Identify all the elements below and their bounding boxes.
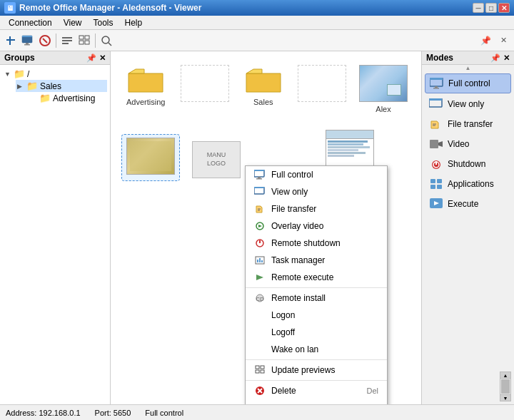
menu-bar: Connection View Tools Help [0, 16, 514, 30]
toolbar-search[interactable] [99, 33, 114, 48]
ctx-logon[interactable]: Logon [246, 307, 387, 324]
mode-view-only[interactable]: View only [425, 95, 511, 113]
window-title: Remote Office Manager - Aledensoft - Vie… [19, 3, 201, 13]
groups-close-icon[interactable]: ✕ [99, 53, 106, 63]
ctx-delete-shortcut: Del [366, 386, 378, 395]
toolbar-connect[interactable] [20, 33, 36, 48]
menu-help[interactable]: Help [119, 16, 148, 29]
ctx-view-only[interactable]: View only [246, 183, 387, 200]
modes-panel: Modes 📌 ✕ ▲ [421, 51, 514, 404]
svg-text:CD: CD [256, 296, 264, 302]
mode-shutdown[interactable]: Shutdown [425, 155, 511, 173]
toolbar-add[interactable] [3, 33, 19, 48]
ctx-remote-execute[interactable]: Remote execute [246, 269, 387, 286]
toolbar-properties[interactable] [59, 33, 75, 48]
ctx-overlay-video[interactable]: Overlay video [246, 217, 387, 235]
ctx-full-control-label: Full control [271, 170, 313, 180]
ctx-rename[interactable]: Rename F2 [246, 399, 387, 404]
svg-rect-19 [258, 177, 261, 178]
svg-rect-8 [62, 37, 72, 39]
groups-tree: ▼ 📁 / ▶ 📁 Sales 📁 Advertising [0, 65, 110, 404]
scroll-down-btn[interactable]: ▼ [500, 394, 510, 401]
ctx-remote-shutdown[interactable]: Remote shutdown [246, 235, 387, 252]
mode-view-only-label: View only [448, 99, 484, 109]
svg-rect-31 [259, 258, 261, 262]
groups-header: Groups 📌 ✕ [0, 51, 110, 65]
menu-tools[interactable]: Tools [88, 16, 119, 29]
folder-advertising-icon: 📁 [39, 93, 51, 103]
file-empty2[interactable] [295, 62, 349, 116]
context-menu: Full control View only File transfer [245, 165, 388, 404]
scroll-up[interactable]: ▲ [422, 65, 514, 71]
svg-marker-33 [256, 275, 263, 280]
title-bar: 🖥 Remote Office Manager - Aledensoft - V… [0, 0, 514, 16]
modes-header: Modes 📌 ✕ [422, 51, 514, 65]
ctx-remote-install[interactable]: CD Remote install [246, 290, 387, 307]
right-scroll-area: ▲ ▼ [422, 369, 514, 404]
ctx-wake-on-lan[interactable]: Wake on lan [246, 341, 387, 358]
toolbar-sep1 [56, 34, 56, 48]
ctx-update-previews-label: Update previews [271, 365, 335, 375]
file-empty1[interactable] [178, 62, 232, 116]
ctx-logoff[interactable]: Logoff [246, 324, 387, 341]
toolbar-sep2 [95, 34, 96, 48]
mode-file-transfer-icon [429, 118, 443, 130]
ctx-remote-execute-label: Remote execute [271, 272, 333, 282]
minimize-button[interactable]: ─ [473, 3, 484, 13]
tree-root[interactable]: ▼ 📁 / [3, 68, 107, 80]
ctx-task-manager[interactable]: Task manager [246, 252, 387, 269]
ctx-overlay-video-label: Overlay video [271, 221, 323, 231]
file-alex[interactable]: Alex [356, 62, 410, 116]
toolbar: 📌 ✕ [0, 30, 514, 51]
ctx-file-transfer-label: File transfer [271, 204, 316, 214]
toolbar-grid[interactable] [76, 33, 92, 48]
file-sales[interactable]: Sales [239, 62, 288, 116]
ctx-file-transfer[interactable]: File transfer [246, 200, 387, 217]
alex-thumbnail [359, 65, 408, 102]
mode-file-transfer-label: File transfer [448, 119, 493, 129]
mode-video-label: Video [448, 139, 469, 149]
mode-file-transfer[interactable]: File transfer [425, 115, 511, 133]
tree-advertising-label: Advertising [53, 93, 95, 103]
tree-advertising[interactable]: 📁 Advertising [29, 92, 107, 104]
svg-rect-20 [256, 178, 262, 180]
maximize-button[interactable]: □ [485, 3, 497, 13]
file-advertising[interactable]: Advertising [121, 62, 171, 116]
groups-close[interactable]: ✕ [495, 33, 511, 48]
ctx-update-previews[interactable]: Update previews [246, 362, 387, 379]
svg-marker-26 [258, 225, 262, 227]
status-mode: Full control [145, 409, 183, 417]
menu-view[interactable]: View [58, 16, 88, 29]
toolbar-disconnect[interactable] [37, 33, 53, 48]
modes-close-icon[interactable]: ✕ [503, 53, 510, 63]
tree-sales[interactable]: ▶ 📁 Sales [16, 80, 107, 92]
mode-full-control[interactable]: Full control [425, 73, 511, 93]
svg-rect-32 [261, 260, 263, 262]
scroll-track [500, 379, 510, 394]
ctx-full-control[interactable]: Full control [246, 166, 387, 183]
svg-rect-22 [254, 187, 264, 188]
mode-video-icon [429, 138, 443, 150]
scroll-up-btn[interactable]: ▲ [500, 372, 510, 379]
tree-root-label: / [27, 69, 29, 79]
ctx-sep3 [246, 380, 387, 381]
ctx-wake-on-lan-label: Wake on lan [271, 344, 318, 354]
mode-full-control-label: Full control [448, 78, 490, 88]
groups-pin-icon[interactable]: 📌 [86, 53, 96, 63]
scroll-bar[interactable]: ▲ ▼ [500, 372, 511, 401]
groups-pin[interactable]: 📌 [478, 34, 494, 47]
close-button[interactable]: ✕ [498, 3, 510, 13]
file-manu-logo[interactable]: MANULOGO [187, 138, 246, 181]
svg-rect-39 [261, 370, 264, 373]
mode-applications[interactable]: Applications [425, 175, 511, 193]
ctx-rename-icon [254, 402, 266, 404]
menu-connection[interactable]: Connection [3, 16, 58, 29]
file-selected[interactable] [121, 134, 180, 181]
mode-execute[interactable]: Execute [425, 195, 511, 213]
modes-pin-icon[interactable]: 📌 [490, 53, 500, 63]
svg-rect-48 [430, 78, 443, 80]
mode-video[interactable]: Video [425, 135, 511, 153]
ctx-delete[interactable]: Delete Del [246, 382, 387, 399]
modes-list-wrapper: ▲ Full control [422, 65, 514, 216]
ctx-full-control-icon [254, 169, 266, 180]
